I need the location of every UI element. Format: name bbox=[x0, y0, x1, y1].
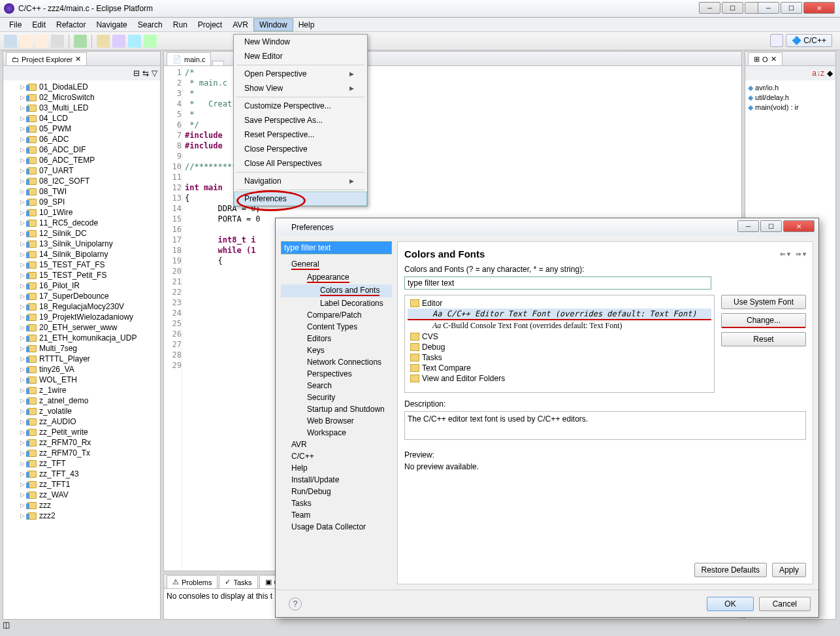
outline-body[interactable]: ◆ avr/io.h◆ util/delay.h◆ main(void) : i… bbox=[745, 80, 835, 115]
save-icon[interactable] bbox=[20, 35, 33, 48]
project-zzz[interactable]: ▷zzz bbox=[5, 500, 159, 510]
project-18_RegulacjaMocy230V[interactable]: ▷18_RegulacjaMocy230V bbox=[5, 301, 159, 312]
change-button[interactable]: Change... bbox=[721, 313, 806, 328]
cf-cvs-folder[interactable]: CVS bbox=[408, 331, 711, 342]
colors-fonts-tree[interactable]: Editor Aa C/C++ Editor Text Font (overri… bbox=[404, 295, 715, 393]
menu-item-open-perspective[interactable]: Open Perspective▶ bbox=[234, 67, 367, 81]
project-zz_RFM70_Rx[interactable]: ▷zz_RFM70_Rx bbox=[5, 437, 159, 448]
menu-edit[interactable]: Edit bbox=[27, 19, 51, 31]
minimize-button[interactable]: ─ bbox=[758, 2, 779, 14]
project-21_ETH_komunikacja_UDP[interactable]: ▷21_ETH_komunikacja_UDP bbox=[5, 333, 159, 343]
pref-colors-fonts[interactable]: Colors and Fonts bbox=[281, 284, 392, 297]
pref-nav[interactable]: ⇐ ▾ ⇒ ▾ bbox=[780, 250, 806, 258]
project-08_I2C_SOFT[interactable]: ▷08_I2C_SOFT bbox=[5, 176, 159, 186]
pref-search[interactable]: Search bbox=[281, 380, 392, 392]
project-explorer-tab[interactable]: 🗀 Project Explorer ✕ bbox=[6, 52, 87, 65]
project-zz_Petit_write[interactable]: ▷zz_Petit_write bbox=[5, 427, 159, 437]
project-04_LCD[interactable]: ▷04_LCD bbox=[5, 113, 159, 124]
debug-icon[interactable] bbox=[128, 35, 141, 48]
project-zz_TFT1[interactable]: ▷zz_TFT1 bbox=[5, 479, 159, 490]
pref-keys[interactable]: Keys bbox=[281, 344, 392, 356]
avr-icon[interactable] bbox=[74, 35, 87, 48]
apply-button[interactable]: Apply bbox=[772, 563, 806, 577]
menu-search[interactable]: Search bbox=[133, 19, 168, 31]
project-09_SPI[interactable]: ▷09_SPI bbox=[5, 197, 159, 207]
menu-item-save-perspective-as-[interactable]: Save Perspective As... bbox=[234, 113, 367, 127]
project-zz_TFT_43[interactable]: ▷zz_TFT_43 bbox=[5, 469, 159, 479]
menu-navigate[interactable]: Navigate bbox=[91, 19, 132, 31]
project-zz_RFM70_Tx[interactable]: ▷zz_RFM70_Tx bbox=[5, 448, 159, 458]
use-system-font-button[interactable]: Use System Font bbox=[721, 295, 806, 309]
pref-tasks[interactable]: Tasks bbox=[281, 497, 392, 509]
project-z_1wire[interactable]: ▷z_1wire bbox=[5, 385, 159, 395]
pref-usage[interactable]: Usage Data Collector bbox=[281, 521, 392, 533]
pref-label-decorations[interactable]: Label Decorations bbox=[281, 297, 392, 309]
pref-security[interactable]: Security bbox=[281, 392, 392, 403]
project-05_PWM[interactable]: ▷05_PWM bbox=[5, 124, 159, 134]
project-Multi_7seg[interactable]: ▷Multi_7seg bbox=[5, 343, 159, 354]
project-tree[interactable]: ▷01_DiodaLED▷02_MicroSwitch▷03_Multi_LED… bbox=[3, 80, 160, 619]
project-03_Multi_LED[interactable]: ▷03_Multi_LED bbox=[5, 103, 159, 113]
pref-perspectives[interactable]: Perspectives bbox=[281, 368, 392, 380]
menu-item-reset-perspective-[interactable]: Reset Perspective... bbox=[234, 127, 367, 142]
menu-item-show-view[interactable]: Show View▶ bbox=[234, 81, 367, 95]
project-19_ProjektWielozadaniowy[interactable]: ▷19_ProjektWielozadaniowy bbox=[5, 312, 159, 322]
project-zz_TFT[interactable]: ▷zz_TFT bbox=[5, 458, 159, 469]
print-icon[interactable] bbox=[51, 35, 64, 48]
pref-network[interactable]: Network Connections bbox=[281, 356, 392, 368]
minimize-button-bg[interactable]: ─ bbox=[699, 2, 720, 14]
project-06_ADC_TEMP[interactable]: ▷06_ADC_TEMP bbox=[5, 155, 159, 165]
menu-refactor[interactable]: Refactor bbox=[51, 19, 91, 31]
project-15_TEST_Petit_FS[interactable]: ▷15_TEST_Petit_FS bbox=[5, 270, 159, 280]
outline-item[interactable]: ◆ util/delay.h bbox=[748, 93, 833, 103]
pref-avr[interactable]: AVR bbox=[281, 439, 392, 450]
save-all-icon[interactable] bbox=[35, 35, 48, 48]
editor-tab-extra[interactable] bbox=[212, 61, 224, 65]
cf-view-folder[interactable]: View and Editor Folders bbox=[408, 373, 711, 384]
problems-tab[interactable]: ⚠ Problems bbox=[167, 575, 218, 588]
window-menu-dropdown[interactable]: New WindowNew EditorOpen Perspective▶Sho… bbox=[233, 34, 368, 207]
project-12_Silnik_DC[interactable]: ▷12_Silnik_DC bbox=[5, 228, 159, 239]
perspective-ccpp[interactable]: 🔷 C/C++ bbox=[786, 34, 832, 47]
menu-item-close-all-perspectives[interactable]: Close All Perspectives bbox=[234, 156, 367, 171]
menu-item-new-editor[interactable]: New Editor bbox=[234, 49, 367, 63]
project-13_Silnik_Unipolarny[interactable]: ▷13_Silnik_Unipolarny bbox=[5, 239, 159, 249]
project-16_Pilot_IR[interactable]: ▷16_Pilot_IR bbox=[5, 280, 159, 291]
colors-filter-input[interactable] bbox=[404, 276, 711, 290]
tool-icon[interactable] bbox=[112, 35, 125, 48]
view-menu-icon[interactable]: ▽ bbox=[152, 69, 157, 78]
menu-window[interactable]: Window bbox=[253, 18, 293, 31]
maximize-button[interactable]: ☐ bbox=[781, 2, 802, 14]
pref-maximize-button[interactable]: ☐ bbox=[760, 220, 782, 232]
project-zzz2[interactable]: ▷zzz2 bbox=[5, 510, 159, 521]
cf-editor-folder[interactable]: Editor bbox=[408, 298, 711, 309]
outline-tab[interactable]: ⊞ O ✕ bbox=[748, 52, 783, 65]
menu-file[interactable]: File bbox=[4, 19, 27, 31]
pref-compare[interactable]: Compare/Patch bbox=[281, 309, 392, 321]
pref-general[interactable]: General bbox=[281, 258, 392, 271]
cancel-button[interactable]: Cancel bbox=[759, 597, 811, 611]
pref-web[interactable]: Web Browser bbox=[281, 415, 392, 427]
pref-team[interactable]: Team bbox=[281, 509, 392, 521]
project-06_ADC[interactable]: ▷06_ADC bbox=[5, 134, 159, 144]
outline-item[interactable]: ◆ main(void) : ir bbox=[748, 103, 833, 112]
cf-textcmp-folder[interactable]: Text Compare bbox=[408, 363, 711, 373]
menu-run[interactable]: Run bbox=[168, 19, 193, 31]
menu-item-close-perspective[interactable]: Close Perspective bbox=[234, 142, 367, 156]
project-02_MicroSwitch[interactable]: ▷02_MicroSwitch bbox=[5, 92, 159, 103]
preferences-filter-input[interactable] bbox=[281, 241, 392, 254]
menu-item-preferences[interactable]: Preferences bbox=[234, 192, 367, 206]
project-z_volatile[interactable]: ▷z_volatile bbox=[5, 406, 159, 416]
collapse-all-icon[interactable]: ⊟ bbox=[133, 69, 140, 78]
project-07_UART[interactable]: ▷07_UART bbox=[5, 165, 159, 176]
cf-cbuild-font[interactable]: Aa C-Build Console Text Font (overrides … bbox=[408, 320, 711, 331]
cf-tasks-folder[interactable]: Tasks bbox=[408, 352, 711, 363]
project-zz_AUDIO[interactable]: ▷zz_AUDIO bbox=[5, 416, 159, 427]
pref-minimize-button[interactable]: ─ bbox=[737, 220, 759, 232]
cf-ccpp-font[interactable]: Aa C/C++ Editor Text Font (overrides def… bbox=[408, 309, 711, 320]
project-17_SuperDebounce[interactable]: ▷17_SuperDebounce bbox=[5, 291, 159, 301]
menu-item-navigation[interactable]: Navigation▶ bbox=[234, 174, 367, 188]
pref-workspace[interactable]: Workspace bbox=[281, 427, 392, 439]
pref-ccpp[interactable]: C/C++ bbox=[281, 450, 392, 462]
project-14_Silnik_Bipolarny[interactable]: ▷14_Silnik_Bipolarny bbox=[5, 249, 159, 259]
